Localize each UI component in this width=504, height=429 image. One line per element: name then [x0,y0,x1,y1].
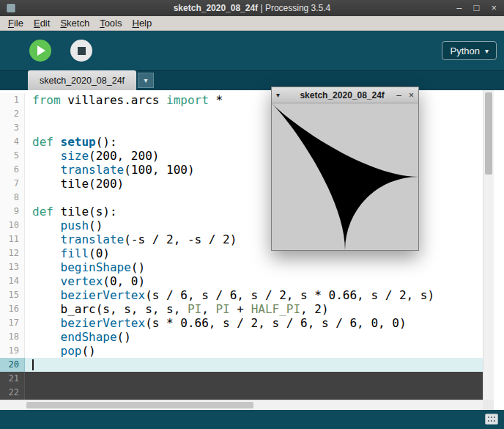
close-icon[interactable]: × [491,0,497,16]
tab-label: sketch_2020_08_24f [40,76,125,86]
stop-button[interactable] [70,40,92,62]
line-number: 13 [0,260,25,274]
menu-help[interactable]: Help [127,17,157,29]
vertical-scrollbar-thumb[interactable] [485,92,492,175]
line-number: 19 [0,344,25,358]
tab-menu-button[interactable]: ▾ [138,73,154,88]
line-number: 8 [0,191,25,205]
line-number: 5 [0,149,25,163]
minimize-icon[interactable]: – [396,90,401,100]
code-text [25,386,483,400]
keyboard-icon[interactable] [485,414,498,425]
code-text: endShape() [25,330,483,344]
menubar: File Edit Sketch Tools Help [0,16,504,31]
line-number: 2 [0,107,25,121]
chevron-down-icon: ▾ [485,47,489,55]
code-line[interactable]: 19 pop() [0,344,483,358]
mode-selector-button[interactable]: Python ▾ [442,41,497,60]
line-number: 6 [0,163,25,177]
line-number: 21 [0,372,25,386]
window-menu-icon[interactable]: ▾ [276,91,288,99]
horizontal-scrollbar-thumb[interactable] [26,402,253,408]
sketch-window-controls: – × [396,90,414,100]
line-number: 12 [0,246,25,260]
menu-sketch[interactable]: Sketch [55,17,94,29]
window-title: sketch_2020_08_24f | Processing 3.5.4 [0,3,504,13]
code-text: bezierVertex(s / 6, s / 6, s / 2, s * 0.… [25,288,483,302]
line-number: 20 [0,358,25,372]
line-number: 4 [0,135,25,149]
line-number: 22 [0,386,25,400]
mode-label: Python [450,45,479,56]
line-number: 1 [0,93,25,107]
code-line[interactable]: 22 [0,386,483,400]
line-number: 15 [0,288,25,302]
tab-strip: sketch_2020_08_24f ▾ [0,70,504,90]
vertical-scrollbar[interactable] [483,90,494,400]
line-number: 16 [0,302,25,316]
line-number: 11 [0,232,25,246]
code-text: b_arc(s, s, s, s, PI, PI + HALF_PI, 2) [25,302,483,316]
menu-tools[interactable]: Tools [94,17,127,29]
chevron-down-icon: ▾ [144,76,148,84]
code-line[interactable]: 14 vertex(0, 0) [0,274,483,288]
line-number: 14 [0,274,25,288]
processing-ide-window: sketch_2020_08_24f | Processing 3.5.4 – … [0,0,504,429]
run-button[interactable] [29,40,51,62]
titlebar[interactable]: sketch_2020_08_24f | Processing 3.5.4 – … [0,0,504,16]
code-line[interactable]: 16 b_arc(s, s, s, s, PI, PI + HALF_PI, 2… [0,302,483,316]
window-title-sketch: sketch_2020_08_24f [174,3,258,13]
code-text [25,372,483,386]
code-text: vertex(0, 0) [25,274,483,288]
scrollbar-corner [483,400,494,410]
code-line[interactable]: 21 [0,372,483,386]
window-title-app: | Processing 3.5.4 [258,3,330,13]
sketch-window-titlebar[interactable]: ▾ sketch_2020_08_24f – × [272,87,418,103]
play-icon [37,45,45,56]
line-number: 18 [0,330,25,344]
sketch-output-window[interactable]: ▾ sketch_2020_08_24f – × [271,87,419,251]
code-text: beginShape() [25,260,483,274]
code-line[interactable]: 20 [0,358,483,372]
minimize-icon[interactable]: – [456,0,462,16]
horizontal-scrollbar[interactable] [0,400,483,410]
astroid-shape [272,103,418,250]
sketch-canvas [272,103,418,250]
code-line[interactable]: 13 beginShape() [0,260,483,274]
line-number: 7 [0,177,25,191]
code-text [25,358,483,372]
line-number: 9 [0,205,25,219]
code-editor[interactable]: 1from villares.arcs import *234def setup… [0,90,504,400]
menu-edit[interactable]: Edit [29,17,55,29]
line-number: 17 [0,316,25,330]
close-icon[interactable]: × [409,90,414,100]
window-controls: – □ × [456,0,497,16]
code-text: bezierVertex(s * 0.66, s / 2, s / 6, s /… [25,316,483,330]
tab-sketch[interactable]: sketch_2020_08_24f [28,70,136,90]
sketch-window-title: sketch_2020_08_24f [288,90,396,100]
code-line[interactable]: 17 bezierVertex(s * 0.66, s / 2, s / 6, … [0,316,483,330]
code-line[interactable]: 18 endShape() [0,330,483,344]
maximize-icon[interactable]: □ [474,0,480,16]
line-number: 10 [0,219,25,232]
code-line[interactable]: 15 bezierVertex(s / 6, s / 6, s / 2, s *… [0,288,483,302]
status-bar [0,410,504,429]
code-text: pop() [25,344,483,358]
menu-file[interactable]: File [3,17,29,29]
stop-icon [78,47,86,55]
line-number: 3 [0,121,25,135]
